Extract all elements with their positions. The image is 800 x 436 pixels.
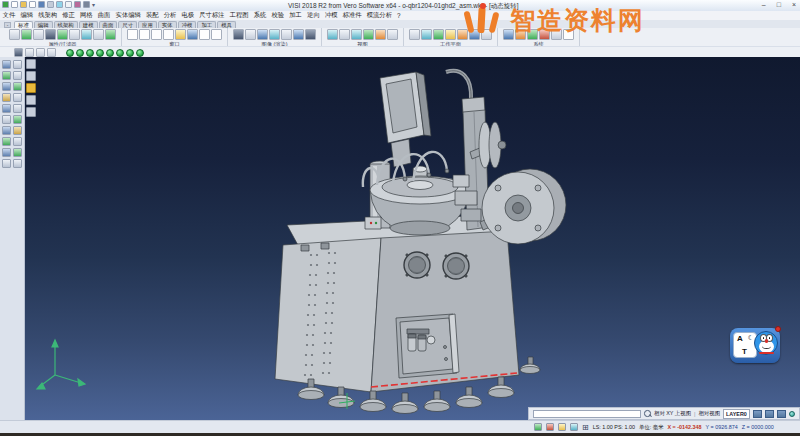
top-view-icon[interactable] [76,49,84,57]
menu-wireframe[interactable]: 线架构 [36,11,60,20]
grid-icon[interactable]: ⊞ [582,423,589,432]
sidebar-tool-icon[interactable] [13,137,22,146]
quick-access-dropdown-icon[interactable]: ▾ [92,1,95,10]
highlight-tool-icon[interactable] [105,29,116,40]
active-window-icon[interactable] [175,29,186,40]
menu-file[interactable]: 文件 [0,11,18,20]
tab-dimension[interactable]: 尺寸 [118,21,137,28]
window-page-icon[interactable] [139,29,150,40]
status-swatch-3[interactable] [777,410,786,418]
system-delete-icon[interactable] [539,29,550,40]
viewport-grid-icon[interactable] [47,48,56,57]
tab-application[interactable]: 应用 [138,21,157,28]
open-file-icon[interactable] [20,1,27,8]
view-reference-label[interactable]: 相对视图 [698,410,720,417]
new-window-icon[interactable] [127,29,138,40]
dynamic-rotate-icon[interactable] [136,49,144,57]
sidebar-tool-icon[interactable] [2,60,11,69]
workplane-yz-icon[interactable] [433,29,444,40]
sidebar-tool-icon[interactable] [2,82,11,91]
redo-icon[interactable] [74,1,81,8]
tab-modeling[interactable]: 建模 [79,21,98,28]
workplane-entity-icon[interactable] [457,29,468,40]
menu-assembly[interactable]: 装配 [143,11,161,20]
hidden-line-icon[interactable] [257,29,268,40]
material-icon[interactable] [293,29,304,40]
left-view-icon[interactable] [116,49,124,57]
transparent-view-icon[interactable] [269,29,280,40]
settings-icon[interactable] [83,1,90,8]
graphics-viewport[interactable] [25,57,800,420]
workplane-3point-icon[interactable] [445,29,456,40]
tab-standard[interactable]: 标准 [14,21,33,28]
render-mode-ball-icon[interactable] [789,411,795,417]
layer-filter-icon[interactable] [33,29,44,40]
visibility-tool-icon[interactable] [93,29,104,40]
status-swatch-2[interactable] [765,410,774,418]
wireframe-view-icon[interactable] [245,29,256,40]
system-options-icon[interactable] [503,29,514,40]
sidebar-tool-icon[interactable] [2,159,11,168]
pan-view-icon[interactable] [351,29,362,40]
workplane-xz-icon[interactable] [421,29,432,40]
sidebar-tool-icon[interactable] [13,104,22,113]
render-settings-icon[interactable] [281,29,292,40]
menu-surface[interactable]: 曲面 [95,11,113,20]
sidebar-tool-icon[interactable] [2,104,11,113]
menu-help[interactable]: ? [395,12,404,19]
bottom-view-icon[interactable] [86,49,94,57]
menu-flow-analysis[interactable]: 模流分析 [364,11,394,20]
view-mode-button[interactable] [26,71,36,81]
named-view-icon[interactable] [387,29,398,40]
view-mode-button-active[interactable] [26,83,36,93]
menu-edit[interactable]: 编辑 [18,11,36,20]
menu-validate[interactable]: 校验 [269,11,287,20]
view-mode-button[interactable] [26,95,36,105]
system-measure-icon[interactable] [527,29,538,40]
selection-filter-icon[interactable] [81,29,92,40]
right-view-icon[interactable] [126,49,134,57]
text-toggle-icon[interactable] [546,423,554,431]
tab-progress[interactable]: 冲模 [178,21,197,28]
ime-widget[interactable]: A ☾ T [730,328,780,363]
tile-windows-icon[interactable] [187,29,198,40]
search-icon[interactable] [644,410,651,417]
menu-drawing[interactable]: 工程图 [227,11,251,20]
sidebar-tool-icon[interactable] [13,148,22,157]
print-icon[interactable] [47,1,54,8]
zoom-fit-icon[interactable] [327,29,338,40]
menu-analysis[interactable]: 分析 [161,11,179,20]
front-view-icon[interactable] [96,49,104,57]
sidebar-tool-icon[interactable] [2,93,11,102]
machine-3d-model[interactable] [25,57,800,420]
workplane-reset-icon[interactable] [469,29,480,40]
snap-toggle-icon[interactable] [534,423,542,431]
units-indicator[interactable]: 单位: 毫米 [639,424,664,431]
previous-view-icon[interactable] [375,29,386,40]
sidebar-tool-icon[interactable] [2,115,11,124]
menu-machining[interactable]: 加工 [287,11,305,20]
undo-icon[interactable] [65,1,72,8]
sidebar-tool-icon[interactable] [2,137,11,146]
sidebar-tool-icon[interactable] [13,115,22,124]
maximize-button[interactable]: □ [777,0,781,10]
menu-solid-edit[interactable]: 实体编辑 [113,11,143,20]
menu-system[interactable]: 系统 [251,11,269,20]
status-swatch-1[interactable] [753,410,762,418]
tab-mould[interactable]: 模具 [217,21,236,28]
color-filter-icon[interactable] [45,29,56,40]
menu-progress[interactable]: 冲模 [322,11,340,20]
tab-surface[interactable]: 曲面 [99,21,118,28]
sidebar-tool-icon[interactable] [13,159,22,168]
filter-tool-icon[interactable] [21,29,32,40]
shaded-view-icon[interactable] [233,29,244,40]
viewport-single-icon[interactable] [25,48,34,57]
import-icon[interactable] [38,1,45,8]
entity-filter-icon[interactable] [57,29,68,40]
sidebar-tool-icon[interactable] [2,148,11,157]
sidebar-tool-icon[interactable] [13,71,22,80]
shadow-icon[interactable] [305,29,316,40]
viewport-split-icon[interactable] [36,48,45,57]
close-window-icon[interactable] [211,29,222,40]
system-info-icon[interactable] [551,29,562,40]
